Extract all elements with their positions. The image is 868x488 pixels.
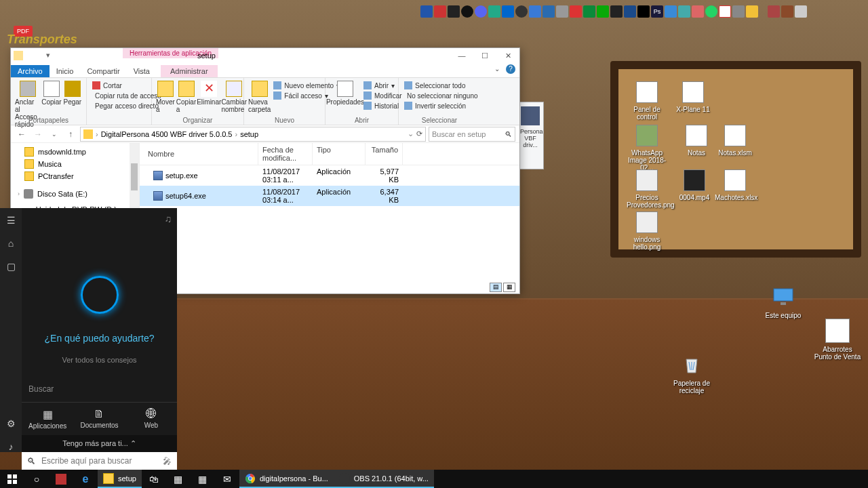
minimize-button[interactable]: — <box>450 48 473 63</box>
tray-icon[interactable] <box>461 5 473 18</box>
youtube-icon[interactable] <box>719 5 731 18</box>
taskbar-app-obs[interactable]: OBS 21.0.1 (64bit, w... <box>334 470 434 488</box>
desktop-shortcut[interactable]: Abarrotes Punto de Venta <box>814 319 861 361</box>
store-button[interactable]: 🛍︎ <box>142 470 166 488</box>
taskbar-search[interactable]: 🔍︎ 🎤︎ <box>22 452 177 470</box>
taskbar-app-chrome[interactable]: digitalpersona - Bu... <box>239 470 334 488</box>
tray-icon[interactable] <box>610 5 623 18</box>
address-dropdown[interactable]: ⌄ <box>408 129 414 138</box>
tray-icon[interactable] <box>448 5 460 18</box>
refresh-button[interactable]: ⟳ <box>416 129 422 138</box>
menu-icon[interactable]: ☰ <box>5 215 16 226</box>
paste-shortcut-button[interactable]: Pegar acceso directo <box>91 101 147 110</box>
file-row[interactable]: setup64.exe 11/08/2017 03:14 a... Aplica… <box>140 186 519 206</box>
rename-button[interactable]: Cambiar nombre <box>222 79 246 113</box>
select-none-button[interactable]: No seleccionar ninguno <box>403 91 476 100</box>
taskbar-app-explorer[interactable]: setup <box>98 470 142 488</box>
desktop-shortcut[interactable]: Notas.xlsm <box>715 125 755 157</box>
tab-compartir[interactable]: Compartir <box>80 65 126 77</box>
view-details-button[interactable]: ▤ <box>490 283 502 292</box>
desktop-shortcut[interactable]: 0004.mp4 <box>674 169 715 201</box>
file-list[interactable]: Nombre Fecha de modifica... Tipo Tamaño … <box>140 143 519 295</box>
photoshop-icon[interactable]: Ps <box>651 5 663 18</box>
desktop-shortcut[interactable]: X-Plane 11 <box>673 81 713 113</box>
tray-icon[interactable] <box>665 5 677 18</box>
file-row[interactable]: setup.exe 11/08/2017 03:11 a... Aplicaci… <box>140 165 519 186</box>
tray-icon[interactable] <box>637 5 650 18</box>
delete-button[interactable]: ✕Eliminar <box>197 79 220 113</box>
back-button[interactable]: ← <box>15 127 28 141</box>
start-button[interactable] <box>0 470 24 488</box>
move-to-button[interactable]: Mover a <box>156 79 175 113</box>
ribbon-collapse-icon[interactable]: ⌄ <box>492 64 502 74</box>
tab-inicio[interactable]: Inicio <box>50 65 81 77</box>
cortana-tab-docs[interactable]: 🗎Documentos <box>73 403 125 435</box>
search-input[interactable] <box>41 456 157 466</box>
tree-item[interactable]: msdownld.tmp <box>11 146 139 158</box>
qat-icon[interactable] <box>35 51 45 60</box>
cortana-tab-web[interactable]: 🌐︎Web <box>125 403 177 435</box>
edit-button[interactable]: Modificar <box>362 91 403 100</box>
calendar-button[interactable]: ▦ <box>166 470 191 488</box>
forward-button[interactable]: → <box>31 127 45 141</box>
search-icon[interactable]: 🔍︎ <box>505 130 512 138</box>
tray-icon[interactable] <box>692 5 704 18</box>
select-all-button[interactable]: Seleccionar todo <box>403 81 476 90</box>
tray-icon[interactable] <box>597 5 609 18</box>
cortana-tab-apps[interactable]: ▦Aplicaciones <box>22 403 73 435</box>
tree-item[interactable]: PCtransfer <box>11 170 139 182</box>
tray-icon[interactable] <box>570 5 582 18</box>
desktop-shortcut[interactable]: Notas <box>676 125 717 157</box>
tray-icon[interactable] <box>434 5 446 18</box>
tray-icon[interactable] <box>583 5 595 18</box>
tray-icon[interactable] <box>746 5 758 18</box>
home-icon[interactable]: ⌂ <box>5 238 16 249</box>
close-button[interactable]: ✕ <box>496 48 519 63</box>
history-button[interactable]: Historial <box>362 101 403 110</box>
tree-item[interactable]: ›Disco Sata (E:) <box>11 188 139 200</box>
title-bar[interactable]: ▾ Herramientas de aplicación setup — ☐ ✕ <box>11 48 519 63</box>
new-folder-button[interactable]: Nueva carpeta <box>248 79 271 113</box>
tree-item[interactable]: Musica <box>11 158 139 170</box>
mail-button[interactable]: ✉ <box>215 470 239 488</box>
tab-administrar[interactable]: Administrar <box>161 65 218 77</box>
edge-button[interactable]: e <box>73 470 98 488</box>
cut-button[interactable]: Cortar <box>91 81 147 90</box>
desktop-shortcut[interactable]: WhatsApp Image 2018-02... <box>627 125 667 171</box>
search-input[interactable]: Buscar en setup🔍︎ <box>429 127 515 142</box>
tray-icon[interactable] <box>768 5 780 18</box>
settings-icon[interactable]: ⚙ <box>5 418 16 429</box>
tray-icon[interactable] <box>488 5 500 18</box>
maximize-button[interactable]: ☐ <box>473 48 496 63</box>
tray-icon[interactable] <box>732 5 745 18</box>
tray-icon[interactable] <box>542 5 555 18</box>
cortana-tips-link[interactable]: Ver todos los consejos <box>62 356 136 364</box>
tray-icon[interactable] <box>420 5 433 18</box>
tray-icon[interactable] <box>781 5 793 18</box>
properties-button[interactable]: Propiedades <box>330 79 361 110</box>
tray-icon[interactable] <box>529 5 541 18</box>
cortana-ring[interactable] <box>81 276 119 314</box>
tab-vista[interactable]: Vista <box>127 65 157 77</box>
up-button[interactable]: ↑ <box>64 127 77 141</box>
view-icons-button[interactable]: ▦ <box>503 283 515 292</box>
desktop-shortcut[interactable]: Machotes.xlsx <box>715 169 755 201</box>
discord-icon[interactable] <box>475 5 487 18</box>
desktop-shortcut[interactable]: windows hello.png <box>627 211 667 251</box>
this-pc-icon[interactable]: Este equipo <box>760 285 807 319</box>
column-headers[interactable]: Nombre Fecha de modifica... Tipo Tamaño <box>140 143 519 165</box>
desktop-shortcut[interactable]: Precios Provedores.png <box>627 169 667 209</box>
whatsapp-icon[interactable] <box>705 5 717 18</box>
notebook-icon[interactable]: ▢ <box>5 261 16 272</box>
tab-archivo[interactable]: Archivo <box>11 65 50 77</box>
mic-icon[interactable]: 🎤︎ <box>163 456 172 466</box>
recycle-bin-icon[interactable]: Papelera de reciclaje <box>668 352 715 394</box>
desktop-shortcut[interactable]: Panel de control <box>627 81 667 121</box>
copy-path-button[interactable]: Copiar ruta de acceso <box>91 91 147 100</box>
background-window[interactable]: lPersona VBF driv... <box>517 102 544 169</box>
invert-selection-button[interactable]: Invertir selección <box>403 101 476 110</box>
help-icon[interactable]: ? <box>506 64 515 74</box>
music-icon[interactable]: ♫ <box>165 214 172 224</box>
recent-button[interactable]: ⌄ <box>47 127 61 141</box>
tray-icon[interactable] <box>502 5 514 18</box>
